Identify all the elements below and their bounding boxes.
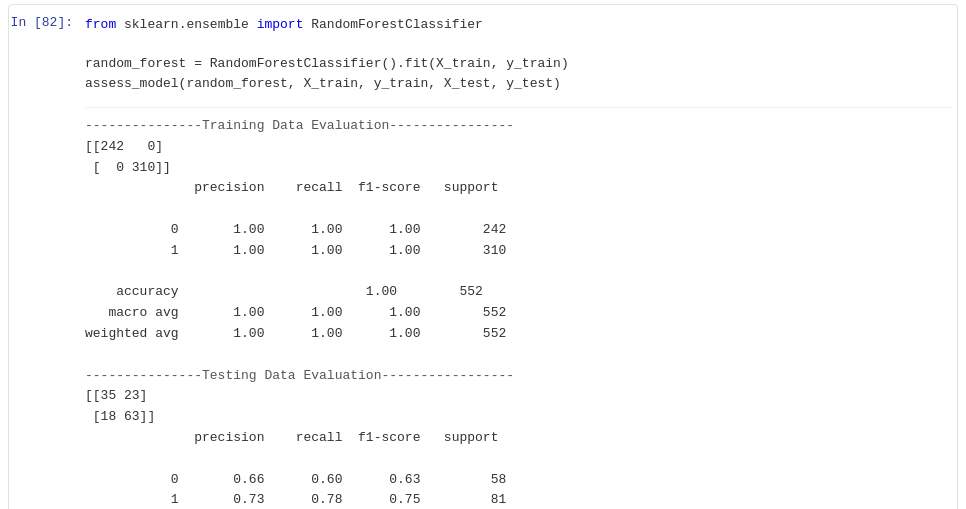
testing-matrix-1: [[35 23] bbox=[85, 386, 953, 407]
train-weighted-row: weighted avg 1.00 1.00 1.00 552 bbox=[85, 324, 953, 345]
train-0-label: 0 bbox=[85, 222, 179, 237]
test-0-vals: 0.66 0.60 0.63 58 bbox=[179, 472, 507, 487]
test-1-vals: 0.73 0.78 0.75 81 bbox=[179, 492, 507, 507]
training-matrix-2: [ 0 310]] bbox=[85, 158, 953, 179]
output-area: ---------------Training Data Evaluation-… bbox=[85, 107, 953, 509]
train-1-vals: 1.00 1.00 1.00 310 bbox=[179, 243, 507, 258]
keyword-import: import bbox=[257, 17, 304, 32]
cell-content: from sklearn.ensemble import RandomFores… bbox=[81, 13, 957, 509]
train-row-0: 0 1.00 1.00 1.00 242 bbox=[85, 220, 953, 241]
training-header: ---------------Training Data Evaluation-… bbox=[85, 116, 953, 137]
test-row-1: 1 0.73 0.78 0.75 81 bbox=[85, 490, 953, 509]
input-area: from sklearn.ensemble import RandomFores… bbox=[85, 13, 953, 99]
testing-header: ---------------Testing Data Evaluation--… bbox=[85, 366, 953, 387]
train-weighted-label: weighted avg bbox=[85, 326, 179, 341]
cell-label: In [82]: bbox=[9, 13, 81, 509]
train-1-label: 1 bbox=[85, 243, 179, 258]
train-macro-vals: 1.00 1.00 1.00 552 bbox=[179, 305, 507, 320]
train-acc-vals: 1.00 552 bbox=[179, 284, 483, 299]
code-line-3: random_forest = RandomForestClassifier()… bbox=[85, 54, 953, 74]
train-blank-2 bbox=[85, 262, 953, 283]
train-macro-label: macro avg bbox=[85, 305, 179, 320]
train-macro-row: macro avg 1.00 1.00 1.00 552 bbox=[85, 303, 953, 324]
testing-matrix-2: [18 63]] bbox=[85, 407, 953, 428]
test-1-label: 1 bbox=[85, 492, 179, 507]
training-matrix-1: [[242 0] bbox=[85, 137, 953, 158]
train-0-vals: 1.00 1.00 1.00 242 bbox=[179, 222, 507, 237]
train-accuracy-row: accuracy 1.00 552 bbox=[85, 282, 953, 303]
code-line-1: from sklearn.ensemble import RandomFores… bbox=[85, 15, 953, 35]
test-row-0: 0 0.66 0.60 0.63 58 bbox=[85, 470, 953, 491]
notebook-cell: In [82]: from sklearn.ensemble import Ra… bbox=[8, 4, 958, 509]
train-weighted-vals: 1.00 1.00 1.00 552 bbox=[179, 326, 507, 341]
keyword-from: from bbox=[85, 17, 116, 32]
class-name: RandomForestClassifier bbox=[303, 17, 482, 32]
col-header-1: precision recall f1-score support bbox=[85, 178, 953, 199]
train-acc-label: accuracy bbox=[85, 284, 179, 299]
code-line-2 bbox=[85, 35, 953, 55]
module-name: sklearn.ensemble bbox=[116, 17, 256, 32]
train-row-1: 1 1.00 1.00 1.00 310 bbox=[85, 241, 953, 262]
testing-blank bbox=[85, 345, 953, 366]
col-header-2: precision recall f1-score support bbox=[85, 428, 953, 449]
code-line-4: assess_model(random_forest, X_train, y_t… bbox=[85, 74, 953, 94]
train-blank-1 bbox=[85, 199, 953, 220]
test-blank-1 bbox=[85, 449, 953, 470]
test-0-label: 0 bbox=[85, 472, 179, 487]
